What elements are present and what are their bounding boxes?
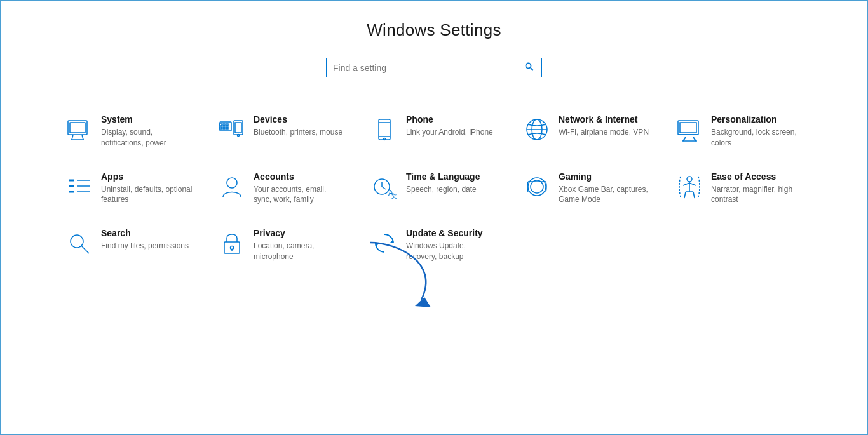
page-title: Windows Settings <box>367 20 501 40</box>
setting-text-privacy: Privacy Location, camera, microphone <box>254 228 345 262</box>
setting-desc-search: Find my files, permissions <box>101 241 189 251</box>
setting-text-system: System Display, sound, notifications, po… <box>101 114 193 149</box>
setting-title-ease-of-access: Ease of Access <box>711 171 803 182</box>
setting-text-gaming: Gaming Xbox Game Bar, captures, Game Mod… <box>559 171 650 206</box>
search-button[interactable] <box>524 62 535 73</box>
setting-item-accounts[interactable]: Accounts Your accounts, email, sync, wor… <box>205 160 358 217</box>
setting-text-personalization: Personalization Background, lock screen,… <box>711 114 803 149</box>
setting-text-devices: Devices Bluetooth, printers, mouse <box>254 114 342 138</box>
svg-rect-15 <box>235 123 241 133</box>
svg-line-46 <box>81 246 89 253</box>
svg-line-4 <box>82 135 83 140</box>
setting-item-time-language[interactable]: A文 Time & Language Speech, region, date <box>358 160 510 217</box>
svg-point-34 <box>227 178 237 188</box>
setting-desc-privacy: Location, camera, microphone <box>254 241 345 262</box>
setting-item-gaming[interactable]: Gaming Xbox Game Bar, captures, Game Mod… <box>510 160 663 217</box>
setting-desc-network: Wi-Fi, airplane mode, VPN <box>559 127 649 138</box>
setting-desc-gaming: Xbox Game Bar, captures, Game Mode <box>559 184 650 206</box>
network-icon <box>523 116 551 144</box>
privacy-icon <box>218 229 246 257</box>
setting-text-apps: Apps Uninstall, defaults, optional featu… <box>101 171 193 206</box>
setting-text-ease-of-access: Ease of Access Narrator, magnifier, high… <box>711 171 803 206</box>
accounts-icon <box>218 173 246 201</box>
setting-desc-ease-of-access: Narrator, magnifier, high contrast <box>711 184 803 206</box>
time-language-icon: A文 <box>370 173 398 201</box>
setting-title-search: Search <box>101 228 189 238</box>
page-container: Windows Settings System Display, sound, … <box>1 1 867 434</box>
setting-item-privacy[interactable]: Privacy Location, camera, microphone <box>205 217 358 274</box>
svg-rect-12 <box>226 124 228 126</box>
svg-point-0 <box>526 64 531 69</box>
setting-title-accounts: Accounts <box>254 171 345 182</box>
setting-desc-personalization: Background, lock screen, colors <box>711 127 803 149</box>
system-icon <box>65 116 93 144</box>
svg-rect-47 <box>224 242 240 253</box>
svg-point-43 <box>687 177 692 182</box>
svg-point-16 <box>238 135 240 137</box>
setting-desc-apps: Uninstall, defaults, optional features <box>101 184 193 206</box>
setting-title-system: System <box>101 114 193 124</box>
setting-text-search: Search Find my files, permissions <box>101 228 189 251</box>
setting-desc-time-language: Speech, region, date <box>406 184 480 195</box>
arrow-annotation <box>358 236 459 312</box>
svg-rect-11 <box>223 127 225 129</box>
setting-item-ease-of-access[interactable]: Ease of Access Narrator, magnifier, high… <box>663 160 815 217</box>
setting-title-personalization: Personalization <box>711 114 803 124</box>
setting-item-phone[interactable]: Phone Link your Android, iPhone <box>358 103 510 160</box>
setting-title-network: Network & Internet <box>559 114 649 124</box>
setting-title-devices: Devices <box>254 114 342 124</box>
svg-text:文: 文 <box>391 193 397 199</box>
phone-icon <box>370 116 398 144</box>
setting-text-time-language: Time & Language Speech, region, date <box>406 171 480 195</box>
svg-marker-52 <box>415 297 431 307</box>
setting-desc-accounts: Your accounts, email, sync, work, family <box>254 184 345 206</box>
svg-point-48 <box>231 246 234 250</box>
search-bar <box>326 58 542 77</box>
svg-rect-13 <box>226 127 228 129</box>
devices-icon <box>218 116 246 144</box>
setting-text-phone: Phone Link your Android, iPhone <box>406 114 493 138</box>
setting-title-phone: Phone <box>406 114 493 124</box>
setting-item-devices[interactable]: Devices Bluetooth, printers, mouse <box>205 103 358 160</box>
svg-rect-6 <box>70 123 85 133</box>
ease-of-access-icon <box>675 173 703 201</box>
setting-title-apps: Apps <box>101 171 193 182</box>
personalization-icon <box>675 116 703 144</box>
setting-title-time-language: Time & Language <box>406 171 480 182</box>
setting-desc-system: Display, sound, notifications, power <box>101 127 193 149</box>
svg-line-3 <box>72 135 73 140</box>
setting-text-network: Network & Internet Wi-Fi, airplane mode,… <box>559 114 649 138</box>
apps-icon <box>65 173 93 201</box>
setting-item-apps[interactable]: Apps Uninstall, defaults, optional featu… <box>53 160 205 217</box>
svg-point-41 <box>531 180 543 193</box>
svg-rect-26 <box>680 123 696 133</box>
setting-title-privacy: Privacy <box>254 228 345 238</box>
svg-rect-8 <box>220 124 222 126</box>
svg-rect-10 <box>223 124 225 126</box>
svg-line-37 <box>382 187 386 189</box>
svg-rect-9 <box>220 127 222 129</box>
settings-grid: System Display, sound, notifications, po… <box>53 103 815 274</box>
search-input[interactable] <box>333 63 524 73</box>
gaming-icon <box>523 173 551 201</box>
setting-text-accounts: Accounts Your accounts, email, sync, wor… <box>254 171 345 206</box>
setting-title-gaming: Gaming <box>559 171 650 182</box>
setting-item-network[interactable]: Network & Internet Wi-Fi, airplane mode,… <box>510 103 663 160</box>
setting-item-search[interactable]: Search Find my files, permissions <box>53 217 205 274</box>
setting-item-personalization[interactable]: Personalization Background, lock screen,… <box>663 103 815 160</box>
setting-item-system[interactable]: System Display, sound, notifications, po… <box>53 103 205 160</box>
setting-desc-phone: Link your Android, iPhone <box>406 127 493 138</box>
svg-line-1 <box>531 68 533 70</box>
svg-point-20 <box>384 138 386 140</box>
setting-desc-devices: Bluetooth, printers, mouse <box>254 127 342 138</box>
search-settings-icon <box>65 229 93 257</box>
svg-rect-7 <box>220 122 231 131</box>
